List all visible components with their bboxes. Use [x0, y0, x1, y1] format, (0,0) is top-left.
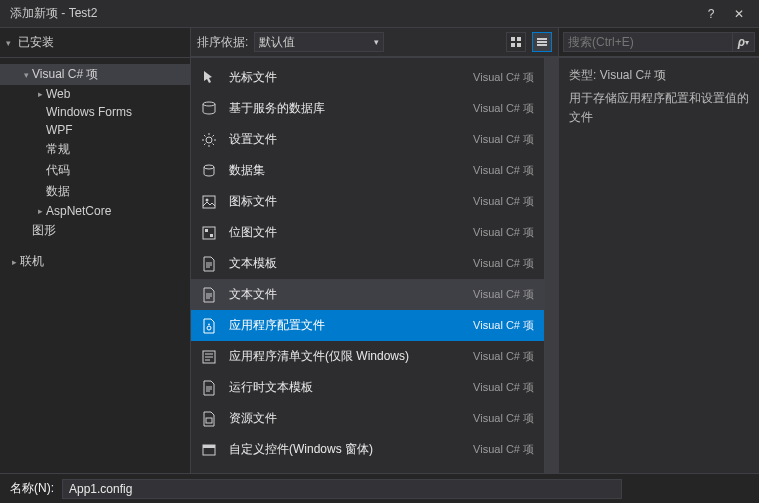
template-lang: Visual C# 项 — [473, 318, 534, 333]
tree-item[interactable]: Windows Forms — [0, 103, 190, 121]
dataset-icon — [197, 159, 221, 183]
tree-item[interactable]: ▾Visual C# 项 — [0, 64, 190, 85]
installed-header[interactable]: ▾ 已安装 — [0, 34, 190, 51]
resource-icon — [197, 407, 221, 431]
doc-icon — [197, 283, 221, 307]
template-lang: Visual C# 项 — [473, 442, 534, 457]
description-text: 用于存储应用程序配置和设置值的文件 — [569, 89, 749, 127]
tree-item-label: WPF — [46, 123, 73, 137]
bitmap-icon — [197, 221, 221, 245]
template-lang: Visual C# 项 — [473, 349, 534, 364]
template-label: 设置文件 — [229, 131, 473, 148]
template-label: 光标文件 — [229, 69, 473, 86]
tree-item-label: 图形 — [32, 222, 56, 239]
svg-rect-17 — [206, 418, 212, 423]
tree-item[interactable]: ▸Web — [0, 85, 190, 103]
name-input[interactable] — [62, 479, 622, 499]
scrollbar[interactable] — [545, 58, 559, 473]
db-icon — [197, 97, 221, 121]
template-lang: Visual C# 项 — [473, 194, 534, 209]
chevron-right-icon: ▸ — [34, 89, 46, 99]
detail-panel: 类型: Visual C# 项 用于存储应用程序配置和设置值的文件 — [559, 58, 759, 473]
template-label: 资源文件 — [229, 410, 473, 427]
template-lang: Visual C# 项 — [473, 132, 534, 147]
svg-rect-3 — [517, 43, 521, 47]
chevron-down-icon: ▾ — [6, 38, 18, 48]
svg-rect-1 — [517, 37, 521, 41]
template-label: 文本模板 — [229, 255, 473, 272]
template-item[interactable]: 图标文件Visual C# 项 — [191, 186, 544, 217]
svg-rect-2 — [511, 43, 515, 47]
template-item[interactable]: 位图文件Visual C# 项 — [191, 217, 544, 248]
tree-item-label: 数据 — [46, 183, 70, 200]
type-value: Visual C# 项 — [600, 68, 666, 82]
template-item[interactable]: 应用程序清单文件(仅限 Windows)Visual C# 项 — [191, 341, 544, 372]
svg-rect-4 — [537, 38, 547, 40]
gear-icon — [197, 128, 221, 152]
svg-rect-6 — [537, 44, 547, 46]
tree-item[interactable]: 数据 — [0, 181, 190, 202]
template-item[interactable]: 光标文件Visual C# 项 — [191, 62, 544, 93]
template-item[interactable]: 自定义控件(Windows 窗体)Visual C# 项 — [191, 434, 544, 465]
doc-icon — [197, 376, 221, 400]
cursor-icon — [197, 66, 221, 90]
template-item[interactable]: 设置文件Visual C# 项 — [191, 124, 544, 155]
template-label: 自定义控件(Windows 窗体) — [229, 441, 473, 458]
template-label: 应用程序配置文件 — [229, 317, 473, 334]
template-item[interactable]: 基于服务的数据库Visual C# 项 — [191, 93, 544, 124]
search-icon: ρ — [738, 35, 745, 49]
template-lang: Visual C# 项 — [473, 256, 534, 271]
svg-point-7 — [203, 102, 215, 106]
template-label: 文本文件 — [229, 286, 473, 303]
category-tree: ▾Visual C# 项▸WebWindows FormsWPF常规代码数据▸A… — [0, 58, 190, 473]
template-item[interactable]: 应用程序配置文件Visual C# 项 — [191, 310, 544, 341]
name-label: 名称(N): — [10, 480, 54, 497]
close-button[interactable]: ✕ — [725, 4, 753, 24]
online-node[interactable]: ▸ 联机 — [0, 251, 190, 272]
template-label: 基于服务的数据库 — [229, 100, 473, 117]
search-input[interactable] — [563, 32, 733, 52]
svg-point-9 — [204, 165, 214, 169]
template-label: 数据集 — [229, 162, 473, 179]
tree-item[interactable]: WPF — [0, 121, 190, 139]
svg-rect-14 — [210, 234, 213, 237]
tree-item-label: 常规 — [46, 141, 70, 158]
tree-item[interactable]: 图形 — [0, 220, 190, 241]
window-title: 添加新项 - Test2 — [10, 5, 697, 22]
tree-item-label: 代码 — [46, 162, 70, 179]
template-item[interactable]: 资源文件Visual C# 项 — [191, 403, 544, 434]
template-lang: Visual C# 项 — [473, 411, 534, 426]
tree-item-label: Visual C# 项 — [32, 66, 98, 83]
help-button[interactable]: ? — [697, 4, 725, 24]
template-lang: Visual C# 项 — [473, 380, 534, 395]
tree-item[interactable]: 代码 — [0, 160, 190, 181]
svg-point-8 — [206, 137, 212, 143]
svg-point-15 — [207, 326, 211, 330]
template-lang: Visual C# 项 — [473, 101, 534, 116]
template-label: 运行时文本模板 — [229, 379, 473, 396]
view-list-button[interactable] — [532, 32, 552, 52]
tree-item-label: AspNetCore — [46, 204, 111, 218]
template-item[interactable]: 数据集Visual C# 项 — [191, 155, 544, 186]
template-item[interactable]: 文本模板Visual C# 项 — [191, 248, 544, 279]
svg-rect-13 — [205, 229, 208, 232]
sort-dropdown[interactable]: 默认值 ▾ — [254, 32, 384, 52]
template-lang: Visual C# 项 — [473, 287, 534, 302]
view-grid-button[interactable] — [506, 32, 526, 52]
sort-label: 排序依据: — [197, 34, 248, 51]
image-icon — [197, 190, 221, 214]
template-item[interactable]: 文本文件Visual C# 项 — [191, 279, 544, 310]
svg-rect-12 — [203, 227, 215, 239]
config-icon — [197, 314, 221, 338]
tree-item[interactable]: 常规 — [0, 139, 190, 160]
template-label: 应用程序清单文件(仅限 Windows) — [229, 348, 473, 365]
type-label: 类型: — [569, 68, 596, 82]
doc-icon — [197, 252, 221, 276]
template-lang: Visual C# 项 — [473, 70, 534, 85]
template-item[interactable]: 运行时文本模板Visual C# 项 — [191, 372, 544, 403]
tree-item-label: Windows Forms — [46, 105, 132, 119]
template-lang: Visual C# 项 — [473, 225, 534, 240]
tree-item[interactable]: ▸AspNetCore — [0, 202, 190, 220]
search-button[interactable]: ρ▾ — [733, 32, 755, 52]
control-icon — [197, 438, 221, 462]
